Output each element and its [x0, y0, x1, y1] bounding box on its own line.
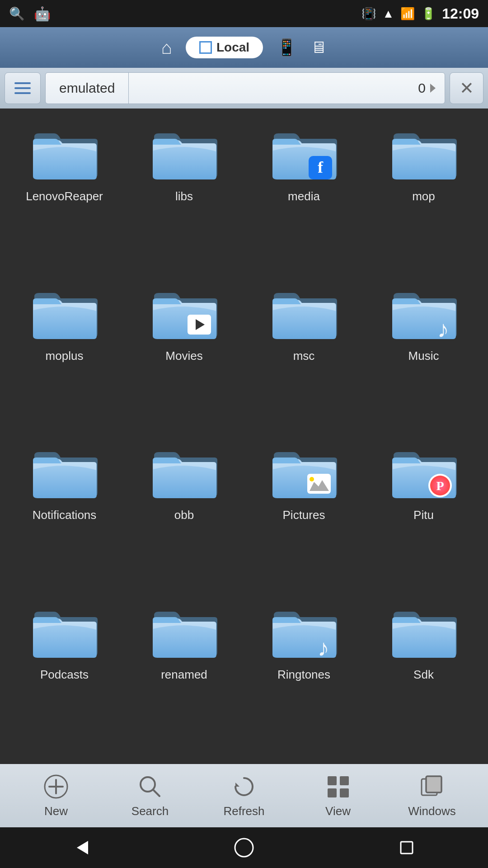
search-button[interactable]: Search: [116, 774, 184, 818]
view-label: View: [325, 804, 351, 818]
menu-button[interactable]: [5, 72, 41, 104]
folder-item-obb[interactable]: obb: [124, 436, 244, 596]
close-button[interactable]: ✕: [450, 72, 483, 104]
folder-icon: [148, 445, 221, 504]
folder-name: LenovoReaper: [26, 189, 103, 204]
folder-icon: ♪: [268, 605, 340, 664]
path-count: 0: [129, 80, 445, 96]
path-display[interactable]: emulated 0: [45, 72, 445, 104]
refresh-label: Refresh: [223, 804, 264, 818]
folder-item-music[interactable]: ♪Music: [364, 277, 483, 437]
status-time: 12:09: [442, 5, 479, 22]
svg-text:♪: ♪: [437, 316, 449, 342]
folder-item-mop[interactable]: mop: [364, 118, 483, 277]
svg-point-25: [235, 839, 253, 857]
folder-name: obb: [174, 508, 194, 523]
folder-icon: P: [388, 445, 460, 504]
folder-item-sdk[interactable]: Sdk: [364, 596, 483, 755]
folder-name: Notifications: [33, 508, 97, 523]
menu-line-3: [14, 92, 31, 94]
folder-item-podcasts[interactable]: Podcasts: [5, 596, 124, 755]
svg-rect-17: [328, 776, 337, 785]
folder-icon: [148, 605, 221, 664]
folder-icon: [148, 127, 221, 185]
windows-label: Windows: [408, 804, 455, 818]
windows-icon: [418, 774, 446, 801]
svg-rect-18: [340, 776, 349, 785]
svg-marker-16: [235, 783, 239, 787]
device-icon[interactable]: 📱: [277, 38, 297, 57]
folder-name: libs: [175, 189, 193, 204]
path-bar: emulated 0 ✕: [0, 68, 488, 108]
close-icon: ✕: [460, 78, 474, 98]
local-icon: [199, 41, 212, 54]
search-status-icon: 🔍: [9, 6, 25, 21]
search-label: Search: [131, 804, 169, 818]
folder-item-pictures[interactable]: Pictures: [244, 436, 364, 596]
bottom-toolbar: New Search Refresh View: [0, 764, 488, 827]
svg-text:f: f: [318, 158, 324, 176]
view-button[interactable]: View: [304, 774, 372, 818]
refresh-button[interactable]: Refresh: [210, 774, 278, 818]
folder-item-libs[interactable]: libs: [124, 118, 244, 277]
menu-line-2: [14, 87, 31, 89]
android-icon: 🤖: [34, 6, 51, 22]
refresh-icon: [230, 774, 258, 801]
battery-icon: 🔋: [421, 7, 436, 21]
folder-icon: [388, 605, 460, 664]
network-icon[interactable]: 🖥: [310, 38, 327, 57]
vibrate-icon: 📳: [361, 7, 376, 21]
signal-icon: 📶: [400, 7, 415, 21]
system-nav: [0, 827, 488, 868]
folder-icon: [148, 286, 221, 345]
folder-name: Pictures: [283, 508, 325, 523]
svg-line-15: [153, 790, 160, 796]
svg-rect-22: [426, 776, 441, 793]
folder-item-ringtones[interactable]: ♪Ringtones: [244, 596, 364, 755]
status-bar: 🔍 🤖 📳 ▲ 📶 🔋 12:09: [0, 0, 488, 27]
back-button[interactable]: [70, 836, 93, 859]
folder-icon: [388, 127, 460, 185]
svg-rect-20: [340, 788, 349, 797]
folder-name: Music: [408, 349, 439, 364]
folder-item-msc[interactable]: msc: [244, 277, 364, 437]
home-icon[interactable]: ⌂: [161, 38, 172, 58]
new-button[interactable]: New: [22, 774, 90, 818]
file-grid: LenovoReaperlibsfmediamopmoplusMoviesmsc…: [0, 108, 488, 764]
windows-button[interactable]: Windows: [398, 774, 466, 818]
folder-item-moplus[interactable]: moplus: [5, 277, 124, 437]
menu-line-1: [14, 82, 31, 84]
folder-name: msc: [293, 349, 315, 364]
recents-button[interactable]: [395, 836, 418, 859]
local-button[interactable]: Local: [186, 37, 263, 58]
folder-icon: f: [268, 127, 340, 185]
svg-text:P: P: [436, 479, 444, 493]
view-icon: [324, 774, 352, 801]
folder-icon: [28, 445, 101, 504]
home-button[interactable]: [233, 836, 255, 859]
folder-icon: [28, 286, 101, 345]
folder-name: Movies: [165, 349, 202, 364]
folder-icon: [268, 286, 340, 345]
svg-text:♪: ♪: [318, 635, 329, 661]
search-icon: [136, 774, 164, 801]
folder-item-pitu[interactable]: PPitu: [364, 436, 483, 596]
svg-marker-24: [77, 841, 88, 854]
folder-name: mop: [412, 189, 435, 204]
folder-name: Pitu: [413, 508, 434, 523]
folder-icon: [28, 127, 101, 185]
folder-item-lenovoreaper[interactable]: LenovoReaper: [5, 118, 124, 277]
folder-item-media[interactable]: fmedia: [244, 118, 364, 277]
folder-item-renamed[interactable]: renamed: [124, 596, 244, 755]
svg-rect-19: [328, 788, 337, 797]
folder-item-notifications[interactable]: Notifications: [5, 436, 124, 596]
folder-item-movies[interactable]: Movies: [124, 277, 244, 437]
folder-name: media: [288, 189, 320, 204]
folder-icon: [28, 605, 101, 664]
local-label: Local: [216, 40, 249, 55]
new-icon: [42, 774, 70, 801]
wifi-icon: ▲: [382, 7, 394, 21]
folder-icon: [268, 445, 340, 504]
folder-icon: ♪: [388, 286, 460, 345]
path-text: emulated: [46, 73, 129, 104]
